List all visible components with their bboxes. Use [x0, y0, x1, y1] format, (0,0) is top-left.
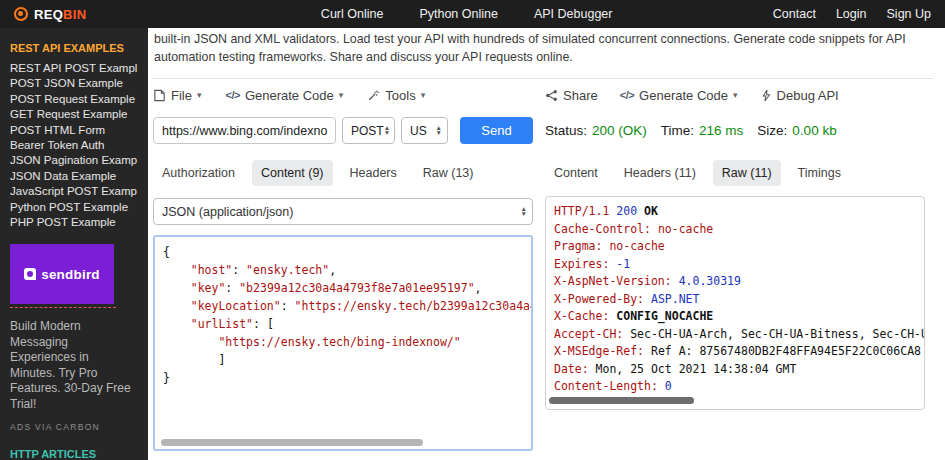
content-type-select-value: JSON (application/json) [162, 205, 293, 219]
send-button[interactable]: Send [460, 117, 533, 144]
intro-text: built-in JSON and XML validators. Load t… [154, 31, 938, 68]
size-value: 0.00 kb [792, 123, 836, 138]
ad-text-line: Trial! [10, 397, 138, 413]
url-input[interactable] [153, 117, 336, 144]
code-line: "host": "ensky.tech", [163, 261, 531, 279]
code-line: X-AspNet-Version: 4.0.30319 [554, 273, 924, 291]
time-label: Time: [661, 123, 694, 138]
topbar-right-links: Contact Login Sign Up [773, 7, 931, 21]
method-select[interactable]: POST ▲▼ [342, 117, 395, 144]
topbar-link-curl-online[interactable]: Curl Online [321, 7, 384, 21]
content-type-select[interactable]: JSON (application/json) ▲▼ [153, 198, 533, 225]
tools-menu[interactable]: Tools ▾ [367, 88, 425, 103]
main-content: built-in JSON and XML validators. Load t… [148, 28, 945, 460]
horizontal-scrollbar[interactable] [549, 397, 694, 404]
reqbin-logo[interactable]: REQBIN [14, 7, 86, 22]
sidebar: REST API EXAMPLES REST API POST Exampl P… [0, 28, 148, 460]
sidebar-item[interactable]: PHP POST Example [10, 215, 138, 230]
code-line: "urlList": [ [163, 315, 531, 333]
sendbird-ad-image[interactable]: sendbird [10, 244, 114, 304]
response-pane: Share </> Generate Code ▾ Debug API Stat… [545, 84, 925, 410]
sidebar-item[interactable]: Python POST Example [10, 200, 138, 215]
topbar-link-api-debugger[interactable]: API Debugger [534, 7, 613, 21]
topbar-link-python-online[interactable]: Python Online [419, 7, 498, 21]
request-body-editor[interactable]: { "host": "ensky.tech", "key": "b2399a12… [153, 235, 533, 451]
share-icon [545, 89, 558, 102]
request-tabs: Authorization Content (9) Headers Raw (1… [153, 160, 533, 186]
select-arrows-icon: ▲▼ [521, 207, 527, 216]
sidebar-item[interactable]: REST API POST Exampl [10, 61, 138, 76]
code-line: Accept-CH: Sec-CH-UA-Arch, Sec-CH-UA-Bit… [554, 326, 924, 344]
code-line: X-Powered-By: ASP.NET [554, 291, 924, 309]
signup-link[interactable]: Sign Up [887, 7, 931, 21]
tab-response-timings[interactable]: Timings [789, 160, 850, 186]
code-line: "keyLocation": "https://ensky.tech/b2399… [163, 297, 531, 315]
code-line: Pragma: no-cache [554, 238, 924, 256]
debug-api-label: Debug API [777, 88, 839, 103]
file-icon [153, 89, 166, 102]
sidebar-item[interactable]: GET Request Example [10, 107, 138, 122]
ad-image-wrap: sendbird [10, 244, 116, 308]
ads-via-carbon-link[interactable]: ADS VIA CARBON [10, 422, 138, 432]
sidebar-item[interactable]: POST JSON Example [10, 76, 138, 91]
response-generate-code-label: Generate Code [639, 88, 728, 103]
top-navigation-bar: REQBIN Curl Online Python Online API Deb… [0, 0, 945, 28]
ad-text[interactable]: Build Modern Messaging Experiences in Mi… [10, 319, 138, 412]
tab-raw[interactable]: Raw (13) [414, 160, 483, 186]
ad-text-line: Experiences in [10, 350, 138, 366]
reqbin-logo-icon [14, 7, 28, 21]
status-label: Status: [545, 123, 587, 138]
code-icon: </> [620, 89, 634, 101]
request-body-code: { "host": "ensky.tech", "key": "b2399a12… [163, 243, 531, 387]
sendbird-brand-text: sendbird [41, 267, 100, 282]
share-button-label: Share [563, 88, 598, 103]
file-menu[interactable]: File ▾ [153, 88, 201, 103]
tab-headers[interactable]: Headers [341, 160, 406, 186]
divider [152, 78, 933, 79]
ad-text-line: Build Modern [10, 319, 138, 335]
response-tabs: Content Headers (11) Raw (11) Timings [545, 160, 925, 186]
contact-link[interactable]: Contact [773, 7, 816, 21]
response-raw-code: HTTP/1.1 200 OKCache-Control: no-cachePr… [554, 203, 924, 396]
response-status-row: Status: 200 (OK) Time: 216 ms Size: 0.00… [545, 117, 925, 144]
code-line: Content-Length: 0 [554, 378, 924, 396]
sidebar-section-title-http-articles: HTTP ARTICLES [10, 448, 138, 460]
topbar-nav: Curl Online Python Online API Debugger [321, 7, 613, 21]
code-line: X-Cache: CONFIG_NOCACHE [554, 308, 924, 326]
sidebar-item[interactable]: POST Request Example [10, 92, 138, 107]
code-line: Date: Mon, 25 Oct 2021 14:38:04 GMT [554, 361, 924, 379]
time-value: 216 ms [699, 123, 743, 138]
sidebar-item[interactable]: POST HTML Form [10, 123, 138, 138]
region-select[interactable]: US ▲▼ [401, 117, 448, 144]
tab-response-headers[interactable]: Headers (11) [615, 160, 705, 186]
code-line: ] [163, 351, 531, 369]
carbon-ad: sendbird Build Modern Messaging Experien… [10, 244, 138, 432]
share-button[interactable]: Share [545, 88, 598, 103]
request-toolbar: File ▾ </> Generate Code ▾ Tools ▾ [153, 84, 533, 106]
tab-authorization[interactable]: Authorization [153, 160, 244, 186]
sidebar-item[interactable]: JavaScript POST Examp [10, 184, 138, 199]
tab-response-content[interactable]: Content [545, 160, 607, 186]
code-icon: </> [225, 89, 239, 101]
tab-content[interactable]: Content (9) [252, 160, 333, 186]
login-link[interactable]: Login [836, 7, 867, 21]
request-pane: File ▾ </> Generate Code ▾ Tools ▾ POST … [153, 84, 533, 451]
file-menu-label: File [171, 88, 192, 103]
sidebar-item[interactable]: JSON Pagination Examp [10, 153, 138, 168]
debug-api-button[interactable]: Debug API [760, 88, 839, 103]
size-label: Size: [757, 123, 787, 138]
sendbird-logo-icon [24, 268, 36, 280]
sidebar-item[interactable]: Bearer Token Auth [10, 138, 138, 153]
select-arrows-icon: ▲▼ [384, 126, 390, 135]
region-select-value: US [410, 124, 427, 138]
response-generate-code-menu[interactable]: </> Generate Code ▾ [620, 88, 738, 103]
code-line: X-MSEdge-Ref: Ref A: 87567480DB2F48FFA94… [554, 343, 924, 361]
sidebar-item[interactable]: JSON Data Example [10, 169, 138, 184]
wand-icon [367, 89, 380, 102]
horizontal-scrollbar[interactable] [161, 439, 423, 446]
generate-code-menu[interactable]: </> Generate Code ▾ [225, 88, 343, 103]
tab-response-raw[interactable]: Raw (11) [713, 160, 781, 186]
request-url-row: POST ▲▼ US ▲▼ Send [153, 117, 533, 144]
response-raw-panel[interactable]: HTTP/1.1 200 OKCache-Control: no-cachePr… [545, 196, 925, 410]
chevron-down-icon: ▾ [421, 90, 426, 100]
